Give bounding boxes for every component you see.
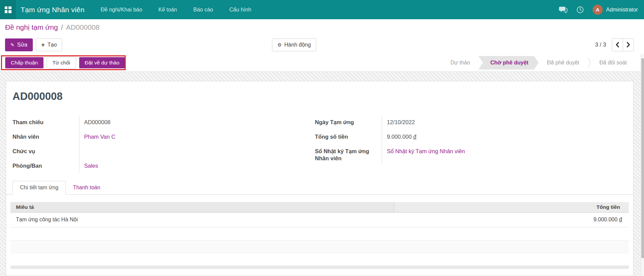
statusbar-state-da-phe-duyet[interactable]: Đã phê duyệt xyxy=(539,56,588,70)
field-row-chuc-vu: Chức vụ xyxy=(13,144,315,159)
field-value: 9.000.000 đ xyxy=(382,130,627,144)
apps-menu-button[interactable] xyxy=(0,0,16,19)
column-header-amount[interactable]: Tổng tiền xyxy=(394,202,629,212)
table-row[interactable]: Tạm ứng công tác Hà Nội 9.000.000 đ xyxy=(10,213,629,227)
field-row-phong-ban: Phòng/Ban Sales xyxy=(13,159,315,173)
field-label: Sổ Nhật ký Tạm ứng Nhân viên xyxy=(315,144,382,163)
pager-count: 3 / 3 xyxy=(595,42,606,48)
main-menu: Đề nghị/Khai báo Kế toán Báo cáo Cấu hìn… xyxy=(101,7,251,13)
set-to-draft-button[interactable]: Đặt về dự thảo xyxy=(79,57,125,68)
department-link[interactable]: Sales xyxy=(84,163,98,169)
user-menu[interactable]: A Administrator xyxy=(593,5,638,15)
apps-grid-icon xyxy=(5,6,11,13)
vertical-scrollbar[interactable] xyxy=(641,54,644,276)
app-title[interactable]: Tạm ứng Nhân viên xyxy=(21,6,84,14)
breadcrumb-current: AD000008 xyxy=(66,23,99,31)
statusbar-row: Chấp thuận Từ chối Đặt về dự thảo Dự thả… xyxy=(0,54,644,72)
field-row-tong-so-tien: Tổng số tiền 9.000.000 đ xyxy=(315,130,627,144)
create-button-label: Tạo xyxy=(48,42,57,48)
employee-link[interactable]: Pham Van C xyxy=(84,134,115,140)
field-label: Ngày Tạm ứng xyxy=(315,115,382,130)
statusbar-state-du-thao[interactable]: Dự thảo xyxy=(442,56,478,70)
breadcrumb-separator: / xyxy=(61,23,63,31)
action-button-label: Hành động xyxy=(284,42,311,48)
notebook-tabs: Chi tiết tạm ứng Thanh toán xyxy=(6,181,633,195)
field-label: Chức vụ xyxy=(13,144,79,159)
form-view-background: AD000008 Tham chiếu AD000008 Nhân viên P… xyxy=(0,72,644,276)
table-footer-strip xyxy=(10,266,629,269)
refuse-button[interactable]: Từ chối xyxy=(47,57,76,68)
field-value: AD000008 xyxy=(79,115,315,130)
currency-symbol: đ xyxy=(619,217,622,222)
control-panel-buttons: ✎ Sửa + Tạo ⚙ Hành động 3 / 3 xyxy=(0,35,644,54)
form-sheet: AD000008 Tham chiếu AD000008 Nhân viên P… xyxy=(6,81,634,276)
empty-row xyxy=(10,241,629,253)
field-row-tham-chieu: Tham chiếu AD000008 xyxy=(13,115,315,130)
empty-row xyxy=(10,253,629,266)
column-header-description[interactable]: Miêu tả xyxy=(10,204,394,210)
navbar-right: A Administrator xyxy=(559,5,638,15)
statusbar-state-cho-phe-duyet[interactable]: Chờ phê duyệt xyxy=(478,56,539,70)
field-row-ngay-tam-ung: Ngày Tạm ứng 12/10/2022 xyxy=(315,115,627,130)
table-header: Miêu tả Tổng tiền xyxy=(10,202,629,213)
field-group-right: Ngày Tạm ứng 12/10/2022 Tổng số tiền 9.0… xyxy=(315,115,627,173)
pencil-icon: ✎ xyxy=(10,42,15,48)
field-groups: Tham chiếu AD000008 Nhân viên Pham Van C… xyxy=(6,115,633,173)
advance-lines-table: Miêu tả Tổng tiền Tạm ứng công tác Hà Nộ… xyxy=(10,202,629,269)
pager-next-button[interactable] xyxy=(623,38,634,51)
statusbar-separator-icon xyxy=(588,58,591,68)
pager-previous-button[interactable] xyxy=(612,38,623,51)
workflow-buttons: Chấp thuận Từ chối Đặt về dự thảo xyxy=(5,57,125,68)
statusbar-state-da-doi-soat[interactable]: Đã đối soát xyxy=(591,56,635,70)
messages-icon[interactable] xyxy=(559,6,568,14)
field-value xyxy=(79,144,315,159)
gear-icon: ⚙ xyxy=(277,42,282,48)
chevron-left-icon xyxy=(616,42,619,48)
edit-button[interactable]: ✎ Sửa xyxy=(5,38,33,51)
activity-clock-icon[interactable] xyxy=(576,6,585,14)
cell-description: Tạm ứng công tác Hà Nội xyxy=(10,217,394,223)
journal-link[interactable]: Sổ Nhật ký Tạm ứng Nhân viên xyxy=(387,148,465,154)
breadcrumb-parent-link[interactable]: Đề nghị tạm ứng xyxy=(5,23,58,31)
field-value: 12/10/2022 xyxy=(382,115,627,130)
menu-item-de-nghi-khai-bao[interactable]: Đề nghị/Khai báo xyxy=(101,7,142,13)
menu-item-cau-hinh[interactable]: Cấu hình xyxy=(229,7,251,13)
statusbar: Dự thảo Chờ phê duyệt Đã phê duyệt Đã đố… xyxy=(442,54,635,72)
edit-button-label: Sửa xyxy=(17,42,27,48)
pager-buttons xyxy=(612,38,634,51)
field-label: Phòng/Ban xyxy=(13,159,79,173)
menu-item-ke-toan[interactable]: Kế toán xyxy=(158,7,177,13)
create-button[interactable]: + Tạo xyxy=(36,38,62,51)
field-row-nhan-vien: Nhân viên Pham Van C xyxy=(13,130,315,144)
top-navbar: Tạm ứng Nhân viên Đề nghị/Khai báo Kế to… xyxy=(0,0,644,19)
action-menu-button[interactable]: ⚙ Hành động xyxy=(272,38,316,51)
record-title: AD000008 xyxy=(13,90,633,103)
field-label: Tham chiếu xyxy=(13,115,79,130)
field-label: Nhân viên xyxy=(13,130,79,144)
tab-chi-tiet-tam-ung[interactable]: Chi tiết tạm ứng xyxy=(13,181,66,195)
approve-button[interactable]: Chấp thuận xyxy=(5,57,44,68)
plus-icon: + xyxy=(41,42,45,48)
scrollbar-thumb[interactable] xyxy=(641,58,644,258)
field-label: Tổng số tiền xyxy=(315,130,382,144)
breadcrumb: Đề nghị tạm ứng / AD000008 xyxy=(0,19,644,35)
cell-amount: 9.000.000 đ xyxy=(394,217,629,223)
empty-row xyxy=(10,227,629,241)
currency-symbol: đ xyxy=(413,134,416,140)
chevron-right-icon xyxy=(626,42,630,48)
menu-item-bao-cao[interactable]: Báo cáo xyxy=(193,7,213,13)
user-avatar: A xyxy=(593,5,603,15)
field-row-so-nhat-ky: Sổ Nhật ký Tạm ứng Nhân viên Sổ Nhật ký … xyxy=(315,144,627,163)
field-group-left: Tham chiếu AD000008 Nhân viên Pham Van C… xyxy=(13,115,315,173)
user-name: Administrator xyxy=(606,7,638,13)
tab-thanh-toan[interactable]: Thanh toán xyxy=(66,181,107,194)
record-pager: 3 / 3 xyxy=(595,38,634,51)
